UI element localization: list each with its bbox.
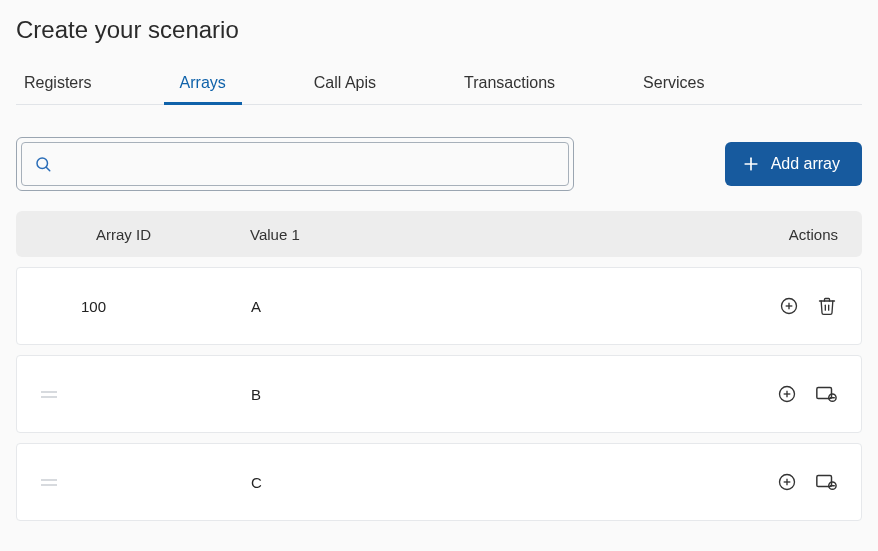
- unlink-icon: [815, 472, 837, 492]
- tab-transactions[interactable]: Transactions: [462, 68, 557, 104]
- row-unlink-button[interactable]: [815, 384, 837, 404]
- table-row: B: [16, 355, 862, 433]
- tabs: Registers Arrays Call Apis Transactions …: [16, 68, 862, 105]
- toolbar: Add array: [16, 137, 862, 191]
- drag-handle-icon: [41, 479, 81, 486]
- col-header-id: Array ID: [80, 226, 250, 243]
- table-row: C: [16, 443, 862, 521]
- plus-circle-icon: [779, 296, 799, 316]
- plus-icon: [741, 154, 761, 174]
- row-add-button[interactable]: [777, 384, 797, 404]
- search-field[interactable]: [21, 142, 569, 186]
- row-handle[interactable]: [41, 479, 81, 486]
- col-header-value: Value 1: [250, 226, 738, 243]
- tab-call-apis[interactable]: Call Apis: [312, 68, 378, 104]
- cell-value: C: [251, 474, 737, 491]
- row-add-button[interactable]: [777, 472, 797, 492]
- cell-value: A: [251, 298, 737, 315]
- table-row: 100 A: [16, 267, 862, 345]
- row-handle[interactable]: [41, 391, 81, 398]
- plus-circle-icon: [777, 384, 797, 404]
- arrays-table: Array ID Value 1 Actions 100 A B: [16, 211, 862, 521]
- page-title: Create your scenario: [16, 16, 862, 44]
- tab-services[interactable]: Services: [641, 68, 706, 104]
- unlink-icon: [815, 384, 837, 404]
- search-icon: [34, 155, 52, 173]
- cell-array-id: 100: [81, 298, 251, 315]
- drag-handle-icon: [41, 391, 81, 398]
- col-header-actions: Actions: [738, 226, 838, 243]
- trash-icon: [817, 296, 837, 316]
- row-delete-button[interactable]: [817, 296, 837, 316]
- tab-arrays[interactable]: Arrays: [178, 68, 228, 104]
- svg-line-1: [46, 167, 49, 170]
- row-unlink-button[interactable]: [815, 472, 837, 492]
- search-wrap: [16, 137, 574, 191]
- table-header: Array ID Value 1 Actions: [16, 211, 862, 257]
- plus-circle-icon: [777, 472, 797, 492]
- row-add-button[interactable]: [779, 296, 799, 316]
- add-array-button[interactable]: Add array: [725, 142, 862, 186]
- cell-value: B: [251, 386, 737, 403]
- svg-point-0: [37, 158, 48, 169]
- search-input[interactable]: [62, 156, 556, 173]
- add-array-label: Add array: [771, 155, 840, 173]
- tab-registers[interactable]: Registers: [22, 68, 94, 104]
